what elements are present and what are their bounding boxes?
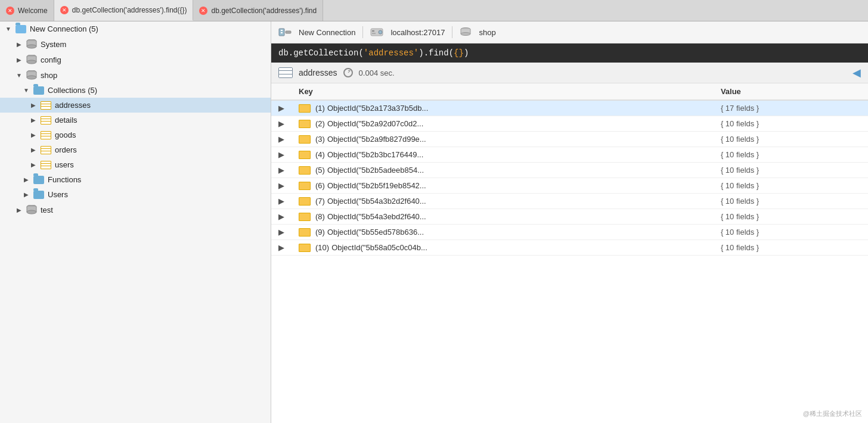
tab-welcome[interactable]: ✕ Welcome — [0, 0, 54, 21]
table-header-row: Key Value — [271, 83, 868, 100]
functions-folder-icon — [33, 176, 44, 184]
row-expand-cell[interactable]: ▶ — [271, 163, 292, 178]
row-expand-cell[interactable]: ▶ — [271, 147, 292, 163]
shop-arrow — [16, 71, 23, 79]
row-expand-icon[interactable]: ▶ — [278, 197, 284, 206]
functions-label: Functions — [48, 175, 81, 184]
row-expand-icon[interactable]: ▶ — [278, 212, 284, 221]
row-expand-icon[interactable]: ▶ — [278, 166, 284, 175]
sidebar-item-test[interactable]: test — [0, 202, 271, 217]
row-value-cell: { 10 fields } — [714, 225, 868, 240]
sidebar-item-collections[interactable]: Collections (5) — [0, 83, 271, 98]
tab-close-query1[interactable]: ✕ — [60, 6, 69, 14]
query-bar[interactable]: db.getCollection('addresses').find({}) — [271, 43, 868, 63]
goods-table-icon — [41, 131, 51, 139]
sidebar-item-orders[interactable]: orders — [0, 142, 271, 157]
query-collection-string: 'addresses' — [364, 48, 418, 58]
addresses-arrow — [30, 102, 37, 109]
system-label: System — [41, 40, 66, 49]
row-index: (5) — [315, 166, 325, 175]
table-row[interactable]: ▶ (5) ObjectId("5b2b5adeeb854... { 10 fi… — [271, 163, 868, 178]
test-label: test — [41, 206, 53, 214]
tab-query1[interactable]: ✕ db.getCollection('addresses').find({}) — [54, 0, 194, 21]
doc-icon — [299, 244, 311, 252]
row-expand-cell[interactable]: ▶ — [271, 132, 292, 147]
tab-close-query2[interactable]: ✕ — [199, 7, 207, 15]
sidebar-item-users[interactable]: users — [0, 157, 271, 172]
sidebar-item-goods[interactable]: goods — [0, 127, 271, 142]
clock-icon — [343, 68, 353, 77]
row-key: ObjectId("5b2a173a37b5db... — [327, 104, 428, 113]
orders-arrow — [30, 147, 37, 154]
svg-point-7 — [27, 60, 36, 64]
results-collapse-arrow[interactable]: ◀ — [852, 66, 861, 79]
row-expand-icon[interactable]: ▶ — [278, 135, 284, 144]
test-arrow — [16, 206, 23, 213]
row-key: ObjectId("5b2b3bc176449... — [327, 150, 423, 159]
details-arrow — [30, 117, 37, 124]
row-expand-cell[interactable]: ▶ — [271, 194, 292, 209]
row-expand-icon[interactable]: ▶ — [278, 181, 284, 190]
table-row[interactable]: ▶ (4) ObjectId("5b2b3bc176449... { 10 fi… — [271, 147, 868, 163]
row-expand-icon[interactable]: ▶ — [278, 150, 284, 159]
table-row[interactable]: ▶ (10) ObjectId("5b58a05c0c04b... { 10 f… — [271, 240, 868, 256]
row-key: ObjectId("5b2a92d07c0d2... — [327, 119, 423, 128]
row-expand-cell[interactable]: ▶ — [271, 178, 292, 194]
row-value-cell: { 10 fields } — [714, 132, 868, 147]
row-key: ObjectId("5b2b5f19eb8542... — [327, 181, 426, 190]
row-expand-cell[interactable]: ▶ — [271, 116, 292, 132]
sidebar-item-config[interactable]: config — [0, 52, 271, 67]
row-expand-cell[interactable]: ▶ — [271, 225, 292, 240]
toolbar-sep2 — [452, 26, 452, 38]
toolbar-host-label: localhost:27017 — [390, 28, 445, 37]
row-expand-cell[interactable]: ▶ — [271, 240, 292, 256]
users-table-icon — [41, 161, 51, 169]
users-folder-label: Users — [48, 190, 68, 199]
collections-folder-icon — [33, 86, 44, 95]
system-arrow — [16, 41, 23, 48]
details-label: details — [55, 116, 78, 125]
toolbar-sep1 — [362, 26, 363, 38]
doc-icon — [299, 151, 311, 159]
addresses-label: addresses — [55, 101, 91, 110]
row-expand-cell[interactable]: ▶ — [271, 209, 292, 225]
svg-point-27 — [379, 30, 382, 34]
row-expand-icon[interactable]: ▶ — [278, 243, 284, 252]
row-key-cell: (5) ObjectId("5b2b5adeeb854... — [292, 163, 714, 178]
table-row[interactable]: ▶ (2) ObjectId("5b2a92d07c0d2... { 10 fi… — [271, 116, 868, 132]
connection-folder-icon — [16, 25, 26, 33]
table-row[interactable]: ▶ (9) ObjectId("5b55ed578b636... { 10 fi… — [271, 225, 868, 240]
sidebar-item-addresses[interactable]: addresses — [0, 98, 271, 113]
row-value-cell: { 10 fields } — [714, 194, 868, 209]
sidebar-item-functions[interactable]: Functions — [0, 172, 271, 187]
tab-query2[interactable]: ✕ db.getCollection('addresses').find — [193, 0, 323, 21]
users-label: users — [55, 160, 74, 169]
row-value-cell: { 10 fields } — [714, 116, 868, 132]
row-expand-cell[interactable]: ▶ — [271, 100, 292, 116]
sidebar-item-system[interactable]: System — [0, 36, 271, 52]
row-key: ObjectId("5b54a3b2d2f640... — [327, 197, 426, 206]
table-row[interactable]: ▶ (1) ObjectId("5b2a173a37b5db... { 17 f… — [271, 100, 868, 116]
table-row[interactable]: ▶ (6) ObjectId("5b2b5f19eb8542... { 10 f… — [271, 178, 868, 194]
collections-arrow — [23, 87, 30, 94]
users-folder-arrow — [23, 191, 30, 198]
table-row[interactable]: ▶ (7) ObjectId("5b54a3b2d2f640... { 10 f… — [271, 194, 868, 209]
svg-point-30 — [461, 33, 470, 36]
sidebar-item-shop[interactable]: shop — [0, 67, 271, 83]
sidebar-connection[interactable]: New Connection (5) — [0, 21, 271, 36]
sidebar-item-users-folder[interactable]: Users — [0, 187, 271, 202]
toolbar-connection-icon — [278, 27, 292, 37]
table-row[interactable]: ▶ (8) ObjectId("5b54a3ebd2f640... { 10 f… — [271, 209, 868, 225]
tab-close-welcome[interactable]: ✕ — [6, 7, 14, 15]
doc-icon — [299, 166, 311, 175]
query-text: db.getCollection('addresses').find({}) — [278, 48, 469, 58]
row-key-cell: (7) ObjectId("5b54a3b2d2f640... — [292, 194, 714, 209]
sidebar-item-details[interactable]: details — [0, 113, 271, 127]
toolbar: New Connection localhost:27017 shop — [271, 21, 868, 43]
row-expand-icon[interactable]: ▶ — [278, 104, 284, 113]
doc-icon — [299, 213, 311, 221]
row-expand-icon[interactable]: ▶ — [278, 119, 284, 128]
row-expand-icon[interactable]: ▶ — [278, 228, 284, 237]
toolbar-db-label: shop — [479, 28, 495, 37]
table-row[interactable]: ▶ (3) ObjectId("5b2a9fb827d99e... { 10 f… — [271, 132, 868, 147]
